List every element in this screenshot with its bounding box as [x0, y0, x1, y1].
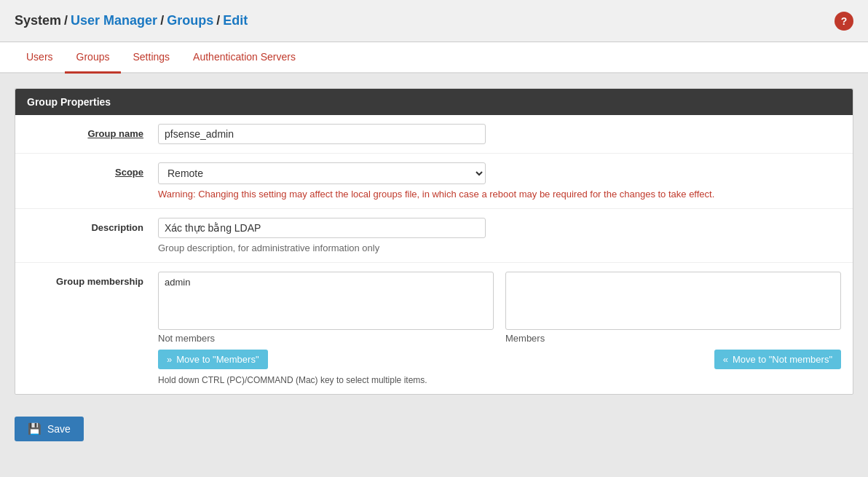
main-content: Group Properties Group name Scope Remote…	[0, 74, 868, 463]
scope-label: Scope	[27, 162, 158, 178]
move-to-not-members-container: « Move to "Not members"	[505, 350, 841, 369]
description-help: Group description, for administrative in…	[158, 243, 841, 253]
panel-body: Group name Scope Remote Local Warning: C…	[15, 115, 853, 394]
members-box: Members	[505, 272, 841, 344]
description-label: Description	[27, 218, 158, 233]
tab-groups[interactable]: Groups	[65, 42, 122, 74]
breadcrumb-groups[interactable]: Groups	[167, 13, 213, 28]
not-members-label: Not members	[158, 333, 494, 344]
breadcrumb-sep-3: /	[216, 13, 220, 28]
breadcrumb-system: System	[15, 13, 61, 28]
scope-select[interactable]: Remote Local	[158, 162, 486, 184]
membership-container: admin Not members Members	[158, 272, 841, 344]
breadcrumb-sep-2: /	[160, 13, 164, 28]
group-properties-panel: Group Properties Group name Scope Remote…	[15, 88, 853, 395]
chevron-right-icon: »	[167, 354, 172, 365]
save-icon: 💾	[28, 422, 42, 435]
breadcrumb-sep-1: /	[64, 13, 68, 28]
breadcrumb-user-manager[interactable]: User Manager	[71, 13, 157, 28]
save-label: Save	[47, 423, 71, 435]
membership-content: admin Not members Members	[158, 272, 841, 385]
tab-authentication-servers[interactable]: Authentication Servers	[181, 42, 307, 74]
membership-row: Group membership admin Not members Me	[15, 263, 853, 394]
group-name-input[interactable]	[158, 124, 486, 144]
members-list[interactable]	[505, 272, 841, 330]
group-name-content	[158, 124, 841, 144]
not-members-box: admin Not members	[158, 272, 494, 344]
group-name-row: Group name	[15, 115, 853, 154]
save-area: 💾 Save	[15, 409, 853, 449]
description-input[interactable]	[158, 218, 486, 238]
panel-title: Group Properties	[15, 89, 853, 115]
scope-row: Scope Remote Local Warning: Changing thi…	[15, 154, 853, 209]
description-row: Description Group description, for admin…	[15, 209, 853, 263]
ctrl-hint: Hold down CTRL (PC)/COMMAND (Mac) key to…	[158, 375, 841, 385]
move-buttons-row: » Move to "Members" « Move to "Not membe…	[158, 350, 841, 369]
description-content: Group description, for administrative in…	[158, 218, 841, 253]
tab-settings[interactable]: Settings	[121, 42, 181, 74]
breadcrumb-edit[interactable]: Edit	[223, 13, 248, 28]
save-button[interactable]: 💾 Save	[15, 417, 84, 441]
breadcrumb: System / User Manager / Groups / Edit	[15, 13, 248, 28]
group-name-label: Group name	[27, 124, 158, 139]
membership-label: Group membership	[27, 272, 158, 287]
help-icon[interactable]: ?	[835, 12, 853, 31]
tab-users[interactable]: Users	[15, 42, 65, 74]
move-to-members-label: Move to "Members"	[176, 354, 259, 365]
scope-content: Remote Local Warning: Changing this sett…	[158, 162, 841, 200]
members-label: Members	[505, 333, 841, 344]
move-to-not-members-button[interactable]: « Move to "Not members"	[714, 350, 841, 369]
scope-warning: Warning: Changing this setting may affec…	[158, 189, 841, 200]
nav-tabs: Users Groups Settings Authentication Ser…	[0, 42, 868, 74]
not-members-list[interactable]: admin	[158, 272, 494, 330]
chevron-left-icon: «	[723, 354, 728, 365]
move-to-members-container: » Move to "Members"	[158, 350, 494, 369]
move-to-members-button[interactable]: » Move to "Members"	[158, 350, 268, 369]
move-to-not-members-label: Move to "Not members"	[733, 354, 832, 365]
page-header: System / User Manager / Groups / Edit ?	[0, 0, 868, 42]
